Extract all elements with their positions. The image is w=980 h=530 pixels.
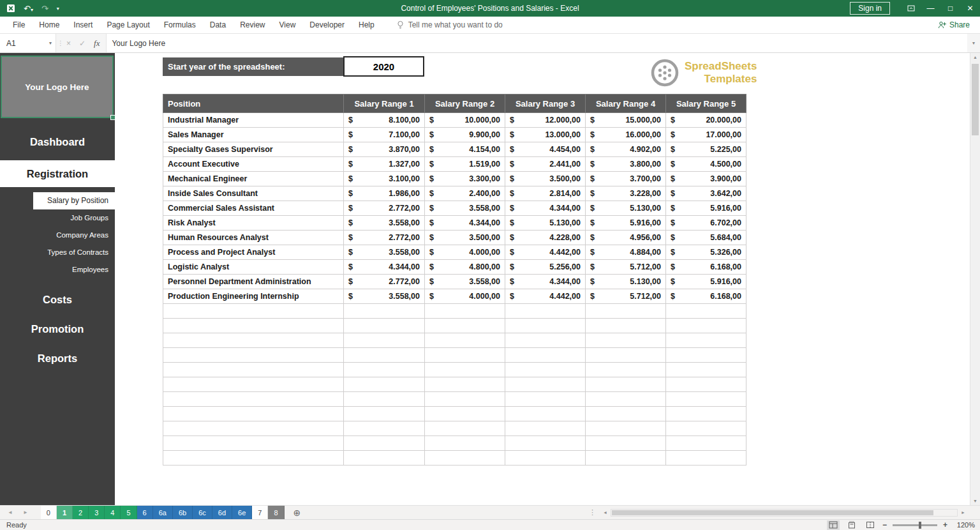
- empty-cell[interactable]: [586, 421, 666, 436]
- ribbon-tab-page-layout[interactable]: Page Layout: [100, 17, 156, 34]
- salary-cell[interactable]: $4.344,00: [505, 201, 586, 216]
- salary-cell[interactable]: $3.300,00: [425, 172, 505, 186]
- scroll-left-icon[interactable]: ◄: [600, 510, 611, 515]
- sheet-tab-3[interactable]: 3: [89, 506, 105, 519]
- empty-cell[interactable]: [425, 392, 505, 407]
- insert-function-icon[interactable]: fx: [94, 38, 100, 49]
- view-page-break-button[interactable]: [864, 520, 877, 530]
- empty-cell[interactable]: [425, 363, 505, 377]
- empty-cell[interactable]: [163, 348, 344, 363]
- tab-scroll-splitter[interactable]: ⋮: [585, 508, 600, 517]
- salary-cell[interactable]: $3.228,00: [586, 186, 666, 201]
- salary-cell[interactable]: $4.344,00: [344, 260, 425, 275]
- empty-cell[interactable]: [586, 436, 666, 451]
- empty-cell[interactable]: [344, 377, 425, 392]
- salary-cell[interactable]: $3.558,00: [344, 245, 425, 260]
- empty-cell[interactable]: [344, 392, 425, 407]
- salary-cell[interactable]: $5.916,00: [666, 275, 746, 289]
- empty-cell[interactable]: [163, 377, 344, 392]
- salary-cell[interactable]: $4.344,00: [505, 275, 586, 289]
- ribbon-tab-developer[interactable]: Developer: [302, 17, 352, 34]
- empty-cell[interactable]: [666, 451, 746, 466]
- sidebar-item-employees[interactable]: Employees: [0, 261, 115, 278]
- empty-cell[interactable]: [505, 392, 586, 407]
- new-sheet-button[interactable]: ⊕: [293, 508, 301, 518]
- salary-cell[interactable]: $5.326,00: [666, 245, 746, 260]
- empty-cell[interactable]: [425, 407, 505, 421]
- sidebar-item-types-of-contracts[interactable]: Types of Contracts: [0, 244, 115, 261]
- position-cell[interactable]: Commercial Sales Assistant: [163, 201, 344, 216]
- close-button[interactable]: ✕: [960, 0, 980, 17]
- salary-cell[interactable]: $4.442,00: [505, 289, 586, 304]
- empty-cell[interactable]: [425, 377, 505, 392]
- sheet-tab-6[interactable]: 6: [137, 506, 153, 519]
- cancel-icon[interactable]: ×: [66, 39, 71, 48]
- empty-cell[interactable]: [163, 333, 344, 348]
- empty-cell[interactable]: [344, 451, 425, 466]
- position-cell[interactable]: Logistic Analyst: [163, 260, 344, 275]
- zoom-slider[interactable]: [893, 524, 937, 526]
- salary-cell[interactable]: $3.642,00: [666, 186, 746, 201]
- undo-button[interactable]: ↶▾: [24, 4, 33, 13]
- salary-cell[interactable]: $4.442,00: [505, 245, 586, 260]
- empty-cell[interactable]: [163, 421, 344, 436]
- zoom-slider-thumb[interactable]: [919, 522, 921, 529]
- ribbon-tab-insert[interactable]: Insert: [66, 17, 100, 34]
- sheet-tab-4[interactable]: 4: [105, 506, 121, 519]
- sheet-tab-6a[interactable]: 6a: [153, 506, 173, 519]
- sheet-tab-8[interactable]: 8: [268, 506, 284, 519]
- start-year-input[interactable]: 2020: [343, 56, 424, 77]
- salary-cell[interactable]: $4.154,00: [425, 142, 505, 157]
- salary-cell[interactable]: $5.916,00: [666, 201, 746, 216]
- tell-me-box[interactable]: Tell me what you want to do: [397, 20, 503, 29]
- ribbon-tab-home[interactable]: Home: [32, 17, 66, 34]
- empty-cell[interactable]: [425, 304, 505, 319]
- ribbon-tab-help[interactable]: Help: [352, 17, 382, 34]
- view-normal-button[interactable]: [827, 520, 840, 530]
- empty-cell[interactable]: [666, 348, 746, 363]
- zoom-out-button[interactable]: −: [882, 520, 887, 529]
- position-cell[interactable]: Personnel Department Administration: [163, 275, 344, 289]
- salary-cell[interactable]: $20.000,00: [666, 113, 746, 128]
- salary-cell[interactable]: $3.800,00: [586, 157, 666, 172]
- empty-cell[interactable]: [163, 436, 344, 451]
- empty-cell[interactable]: [163, 363, 344, 377]
- empty-cell[interactable]: [344, 363, 425, 377]
- empty-cell[interactable]: [505, 333, 586, 348]
- zoom-in-button[interactable]: +: [943, 520, 947, 529]
- salary-cell[interactable]: $2.772,00: [344, 275, 425, 289]
- salary-cell[interactable]: $3.900,00: [666, 172, 746, 186]
- salary-cell[interactable]: $3.500,00: [505, 172, 586, 186]
- sheet-tab-0[interactable]: 0: [41, 506, 57, 519]
- vertical-scrollbar[interactable]: ▲ ▼: [970, 53, 980, 505]
- sheet-nav-next-icon[interactable]: ►: [23, 510, 28, 515]
- salary-cell[interactable]: $3.100,00: [344, 172, 425, 186]
- scroll-down-icon[interactable]: ▼: [970, 499, 980, 503]
- sheet-tab-7[interactable]: 7: [252, 506, 268, 519]
- salary-cell[interactable]: $6.168,00: [666, 260, 746, 275]
- position-cell[interactable]: Inside Sales Consultant: [163, 186, 344, 201]
- salary-cell[interactable]: $5.225,00: [666, 142, 746, 157]
- empty-cell[interactable]: [163, 319, 344, 333]
- empty-cell[interactable]: [586, 348, 666, 363]
- enter-icon[interactable]: ✓: [79, 39, 85, 48]
- empty-cell[interactable]: [344, 436, 425, 451]
- position-cell[interactable]: Account Executive: [163, 157, 344, 172]
- salary-cell[interactable]: $16.000,00: [586, 128, 666, 142]
- salary-cell[interactable]: $5.916,00: [586, 216, 666, 231]
- empty-cell[interactable]: [586, 392, 666, 407]
- salary-cell[interactable]: $12.000,00: [505, 113, 586, 128]
- empty-cell[interactable]: [425, 348, 505, 363]
- empty-cell[interactable]: [344, 304, 425, 319]
- empty-cell[interactable]: [344, 319, 425, 333]
- sign-in-button[interactable]: Sign in: [850, 2, 890, 15]
- sheet-tab-1[interactable]: 1: [57, 506, 73, 519]
- formula-input[interactable]: Your Logo Here: [106, 34, 967, 52]
- sheet-tab-6b[interactable]: 6b: [173, 506, 193, 519]
- empty-cell[interactable]: [666, 407, 746, 421]
- empty-cell[interactable]: [586, 333, 666, 348]
- salary-cell[interactable]: $13.000,00: [505, 128, 586, 142]
- empty-cell[interactable]: [666, 319, 746, 333]
- empty-cell[interactable]: [505, 304, 586, 319]
- position-cell[interactable]: Production Engineering Internship: [163, 289, 344, 304]
